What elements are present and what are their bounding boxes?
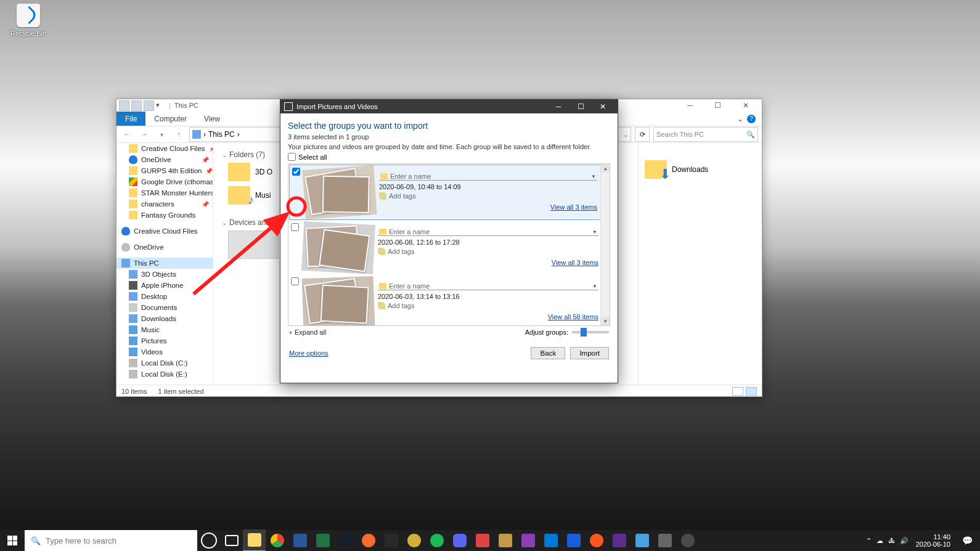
recycle-bin[interactable]: Recycle Bin xyxy=(5,4,52,37)
group-2-checkbox[interactable] xyxy=(291,223,299,231)
tray-clock[interactable]: 11:40 2020-06-10 xyxy=(913,533,953,548)
address-location[interactable]: This PC xyxy=(208,130,235,139)
sidebar-item-od2[interactable]: OneDrive xyxy=(116,242,213,253)
group-1-checkbox[interactable] xyxy=(292,168,300,176)
group-3-name-field[interactable]: Enter a name▼ xyxy=(378,282,598,290)
tray-overflow-icon[interactable]: ⌃ xyxy=(866,537,872,545)
import-maximize[interactable]: ☐ xyxy=(570,100,592,113)
qat-icon-1[interactable] xyxy=(119,100,129,111)
tray-onedrive-icon[interactable]: ☁ xyxy=(876,537,883,545)
folder-item-music[interactable]: Musi xyxy=(228,186,271,205)
sidebar-item-gurps[interactable]: GURPS 4th Edition📌 xyxy=(116,165,213,176)
sidebar-item-documents[interactable]: Documents xyxy=(116,302,213,313)
adjust-slider[interactable] xyxy=(572,331,609,333)
taskbar-word[interactable] xyxy=(288,530,311,551)
sidebar-item-iphone[interactable]: Apple iPhone xyxy=(116,280,213,291)
start-button[interactable] xyxy=(0,530,25,551)
back-button[interactable]: Back xyxy=(531,347,565,359)
sidebar-item-disk-c[interactable]: Local Disk (C:) xyxy=(116,357,213,369)
taskbar-search[interactable]: 🔍 Type here to search xyxy=(25,530,197,551)
sidebar-item-ccf[interactable]: Creative Cloud Files📌 xyxy=(116,143,213,154)
sidebar-item-thispc[interactable]: This PC xyxy=(116,258,213,269)
scrollbar[interactable]: ▴ ▾ xyxy=(600,164,610,325)
group-3-viewall[interactable]: View all 58 items xyxy=(548,313,598,320)
taskbar-chrome[interactable] xyxy=(266,530,288,551)
sidebar-item-videos[interactable]: Videos xyxy=(116,346,213,357)
ribbon-collapse-icon[interactable]: ⌄ xyxy=(737,115,743,123)
import-button[interactable]: Import xyxy=(570,347,609,359)
qat-dropdown[interactable]: ▾ xyxy=(156,101,165,110)
sidebar-item-3d[interactable]: 3D Objects xyxy=(116,269,213,280)
folder-item-downloads[interactable]: Downloads xyxy=(645,160,762,179)
group-3-checkbox[interactable] xyxy=(291,277,299,285)
qat-icon-3[interactable] xyxy=(144,100,154,111)
explorer-maximize[interactable]: ☐ xyxy=(704,99,732,112)
help-icon[interactable]: ? xyxy=(747,115,756,123)
sidebar-item-downloads[interactable]: Downloads xyxy=(116,313,213,324)
taskbar-photos[interactable] xyxy=(631,530,653,551)
taskbar-app6[interactable] xyxy=(585,530,608,551)
tray-volume-icon[interactable]: 🔊 xyxy=(900,537,909,545)
sidebar-item-fg[interactable]: Fantasy Grounds xyxy=(116,210,213,221)
sidebar-item-disk-e[interactable]: Local Disk (E:) xyxy=(116,369,213,380)
dropdown-icon[interactable]: ▼ xyxy=(591,174,596,179)
taskbar-steam[interactable] xyxy=(334,530,357,551)
taskbar-app5[interactable] xyxy=(539,530,562,551)
import-close[interactable]: ✕ xyxy=(592,100,614,113)
qat-icon-2[interactable] xyxy=(131,100,142,111)
sidebar-item-star[interactable]: STAR Monster Hunters SI📌 xyxy=(116,187,213,198)
expand-all[interactable]: Expand all xyxy=(295,329,326,336)
scroll-up-icon[interactable]: ▴ xyxy=(601,164,610,173)
taskbar-explorer[interactable] xyxy=(243,529,266,551)
group-1-name-field[interactable]: Enter a name▼ xyxy=(379,173,597,181)
taskbar-discord[interactable] xyxy=(448,530,471,551)
import-group-2[interactable]: Enter a name▼ 2020-06-08, 12:16 to 17:28… xyxy=(288,221,610,275)
nav-forward[interactable]: → xyxy=(137,128,151,141)
expand-chevron-icon[interactable]: ▾ xyxy=(289,329,292,336)
taskbar-epic[interactable] xyxy=(380,530,402,551)
taskbar-app4[interactable] xyxy=(517,530,539,551)
taskbar-app7[interactable] xyxy=(653,530,676,551)
taskbar-spotify[interactable] xyxy=(425,530,448,551)
view-tiles-icon[interactable] xyxy=(746,387,757,396)
tray-notifications[interactable]: 💬 xyxy=(958,536,976,545)
import-group-1[interactable]: Enter a name▼ 2020-06-09, 10:48 to 14:09… xyxy=(289,165,609,220)
sidebar-item-pictures[interactable]: Pictures xyxy=(116,335,213,346)
taskbar-app2[interactable] xyxy=(471,530,494,551)
refresh-button[interactable]: ⟳ xyxy=(635,127,650,142)
search-box[interactable]: Search This PC 🔍 xyxy=(653,127,758,142)
nav-history[interactable]: ▾ xyxy=(155,128,168,141)
sidebar-item-desktop[interactable]: Desktop xyxy=(116,291,213,302)
group-2-viewall[interactable]: View all 3 items xyxy=(552,259,598,266)
taskbar-app8[interactable] xyxy=(676,530,699,551)
sidebar-item-music[interactable]: Music xyxy=(116,324,213,335)
ribbon-tab-computer[interactable]: Computer xyxy=(145,112,195,126)
taskbar-app1[interactable] xyxy=(402,530,425,551)
explorer-minimize[interactable]: ─ xyxy=(676,99,704,112)
more-options[interactable]: More options xyxy=(289,349,329,357)
taskbar-bitwarden[interactable] xyxy=(562,530,585,551)
import-titlebar[interactable]: Import Pictures and Videos ─ ☐ ✕ xyxy=(280,100,618,113)
group-2-name-field[interactable]: Enter a name▼ xyxy=(378,228,598,236)
address-dropdown[interactable]: ⌄ xyxy=(623,131,628,138)
sidebar-item-ccf2[interactable]: Creative Cloud Files xyxy=(116,226,213,237)
group-1-tags[interactable]: Add tags xyxy=(379,192,597,200)
dropdown-icon[interactable]: ▼ xyxy=(592,284,597,289)
ribbon-tab-view[interactable]: View xyxy=(195,112,229,126)
tray-network-icon[interactable]: 🖧 xyxy=(888,537,895,544)
nav-back[interactable]: ← xyxy=(120,128,134,141)
taskbar-vstudio[interactable] xyxy=(608,530,631,551)
select-all[interactable]: Select all xyxy=(288,153,610,161)
sidebar-item-onedrive[interactable]: OneDrive📌 xyxy=(116,154,213,165)
select-all-checkbox[interactable] xyxy=(288,153,296,161)
group-2-tags[interactable]: Add tags xyxy=(378,248,598,255)
import-minimize[interactable]: ─ xyxy=(547,100,570,113)
scroll-down-icon[interactable]: ▾ xyxy=(601,317,610,325)
taskbar-taskview[interactable] xyxy=(220,530,243,551)
taskbar-origin[interactable] xyxy=(357,530,380,551)
sidebar-item-characters[interactable]: characters📌 xyxy=(116,198,213,210)
taskbar-cortana[interactable] xyxy=(197,530,220,551)
folder-item-3d[interactable]: 3D O xyxy=(228,163,272,181)
taskbar-excel[interactable] xyxy=(311,530,334,551)
group-1-viewall[interactable]: View all 3 items xyxy=(550,203,597,211)
